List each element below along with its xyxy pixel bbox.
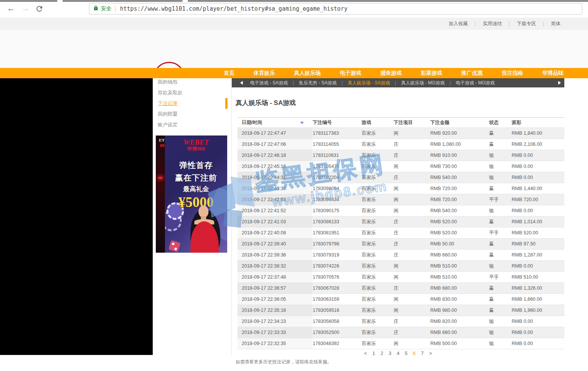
cell-status: 赢 [489, 139, 511, 150]
cell-game: 百家乐 [361, 305, 393, 316]
page-title: 真人娱乐场 - SA游戏 [236, 98, 564, 107]
back-icon[interactable]: ← [7, 4, 15, 13]
cell-datetime: 2018-09-17 22:47:47 [237, 128, 312, 139]
col-header-bet-no[interactable]: 下注编号 [312, 118, 361, 128]
cell-game: 百家乐 [361, 294, 393, 305]
utility-link[interactable]: 简体 [551, 21, 561, 27]
page-link[interactable]: 5 [405, 350, 407, 356]
nav-item[interactable]: 首页 [224, 70, 234, 77]
cell-game: 百家乐 [361, 128, 393, 139]
table-row: 2018-09-17 22:45:16 1783105470 百家乐 闲 RMB… [237, 161, 564, 172]
utility-link[interactable]: 加入收藏 [449, 21, 483, 27]
nav-item[interactable]: 推广优惠 [461, 70, 483, 77]
pagination: <1234567> [232, 350, 564, 356]
nav-item[interactable]: 投注指南 [502, 70, 523, 77]
col-header-bet-item[interactable]: 下注项目 [393, 118, 430, 128]
cell-payout: RMB 0.00 [511, 150, 564, 161]
cell-bet-no: 1783052500 [312, 327, 361, 338]
cell-bet-no: 1783117363 [312, 128, 361, 139]
page-link[interactable]: < [364, 350, 367, 356]
cell-status: 赢 [489, 250, 511, 261]
col-header-game[interactable]: 游戏 [361, 118, 393, 128]
page-link[interactable]: 1 [372, 350, 375, 356]
nav-item[interactable]: 体育娱乐 [254, 70, 275, 77]
cell-bet-no: 1783090175 [312, 205, 361, 216]
cell-datetime: 2018-09-17 22:41:52 [237, 205, 312, 216]
cell-game: 百家乐 [361, 261, 393, 272]
cell-payout: RMB 1,014.00 [511, 216, 564, 227]
utility-link[interactable]: 实用连结 [483, 21, 517, 27]
table-row: 2018-09-17 22:42:53 1783094434 百家乐 闲 RMB… [237, 194, 564, 205]
game-history-tab[interactable]: 电子游戏 - SA游戏 [250, 80, 299, 86]
cell-amount: RMB 720.00 [430, 194, 489, 205]
col-header-status[interactable]: 状态 [489, 118, 511, 128]
cell-datetime: 2018-09-17 22:46:18 [237, 150, 312, 161]
cell-bet-item: 庄 [393, 327, 430, 338]
cell-amount: RMB 540.00 [430, 205, 489, 216]
nav-item[interactable]: 电子游戏 [340, 70, 361, 77]
table-row: 2018-09-17 22:41:52 1783090175 百家乐 闲 RMB… [237, 205, 564, 216]
cell-bet-no: 1783105470 [312, 161, 361, 172]
forward-icon[interactable]: → [21, 4, 30, 13]
game-history-tab[interactable]: 鱼乐无穷 - SA游戏 [299, 80, 348, 86]
game-history-tab[interactable]: 真人娱乐场 - SA游戏 [348, 80, 401, 86]
sidebar-item[interactable]: 存款及取款 [153, 87, 231, 98]
game-history-tab[interactable]: 电子游戏 - MG游戏 [456, 80, 495, 86]
cell-bet-no: 1783102204 [312, 172, 361, 183]
sidebar-item[interactable]: 我的钱包 [153, 77, 231, 87]
banner-brand: WEBET [165, 139, 227, 146]
cell-game: 百家乐 [361, 150, 393, 161]
address-bar[interactable]: 安全 | https://www.wbg1101.com/player/bet_… [89, 3, 582, 15]
page-link[interactable]: 4 [397, 350, 399, 356]
table-row: 2018-09-17 22:43:37 1783098094 百家乐 闲 RMB… [237, 183, 564, 194]
reload-icon[interactable] [35, 5, 44, 13]
table-header-row: 日期/时间 下注编号 游戏 下注项目 下注金额 状态 派彩 [237, 118, 564, 128]
lock-icon[interactable] [93, 5, 99, 12]
nav-item[interactable]: 捕鱼游戏 [380, 70, 402, 77]
col-header-datetime[interactable]: 日期/时间 [237, 118, 312, 128]
cell-bet-no: 1783067028 [312, 283, 361, 294]
cell-status: 平手 [489, 227, 511, 239]
nav-item[interactable]: 彩票游戏 [421, 70, 442, 77]
cell-datetime: 2018-09-17 22:36:57 [237, 283, 312, 294]
cell-amount: RMB 510.00 [430, 272, 489, 283]
cell-datetime: 2018-09-17 22:45:16 [237, 161, 312, 172]
table-row: 2018-09-17 22:37:48 1783070576 百家乐 闲 RMB… [237, 272, 564, 283]
banner-logo: WEBET 华博888 [165, 139, 227, 152]
nav-item[interactable]: 华博品味 [542, 70, 564, 77]
sort-desc-icon[interactable] [300, 122, 304, 124]
utility-link[interactable]: 下载专区 [517, 21, 551, 27]
table-row: 2018-09-17 22:47:47 1783117363 百家乐 闲 RMB… [237, 128, 564, 139]
cell-payout: RMB 0.00 [511, 316, 564, 327]
col-header-amount[interactable]: 下注金额 [430, 118, 489, 128]
tabs-scroll-left-icon[interactable] [240, 81, 243, 85]
sidebar-item[interactable]: 账户设定 [153, 119, 231, 130]
cell-payout: RMB 510.00 [511, 272, 564, 283]
cell-status: 输 [489, 161, 511, 172]
page-link[interactable]: > [429, 350, 432, 356]
col-header-payout[interactable]: 派彩 [511, 118, 564, 128]
cell-bet-no: 1783079798 [312, 239, 361, 250]
banner-headline-1: 弹性首存 [165, 160, 227, 171]
tabs-scroll-right-icon[interactable] [558, 81, 561, 85]
promo-banner[interactable]: ET 88 WEBET 华博888 弹性首存 赢在下注前 最高礼金 ¥5000 [156, 135, 227, 253]
cell-game: 百家乐 [361, 139, 393, 150]
secure-label: 安全 [101, 5, 111, 12]
game-history-tab[interactable]: 真人娱乐场 - MG游戏 [401, 80, 456, 86]
sidebar-item[interactable]: 我的联盟 [153, 109, 231, 119]
cell-payout: RMB 0.00 [511, 327, 564, 338]
cell-game: 百家乐 [361, 316, 393, 327]
page-link[interactable]: 7 [421, 350, 424, 356]
nav-item[interactable]: 真人娱乐场 [294, 70, 321, 77]
cell-bet-item: 庄 [393, 172, 430, 183]
cell-game: 百家乐 [361, 239, 393, 250]
sidebar-item[interactable]: 下注记录 [153, 98, 231, 109]
page-link[interactable]: 2 [380, 350, 383, 356]
page-link[interactable]: 3 [389, 350, 391, 356]
cell-bet-no: 1783110631 [312, 150, 361, 161]
table-row: 2018-09-17 22:46:18 1783110631 百家乐 庄 RMB… [237, 150, 564, 161]
page-link[interactable]: 6 [413, 350, 415, 356]
cell-amount: RMB 680.00 [430, 283, 489, 294]
dice-icon [168, 240, 181, 253]
cell-game: 百家乐 [361, 172, 393, 183]
